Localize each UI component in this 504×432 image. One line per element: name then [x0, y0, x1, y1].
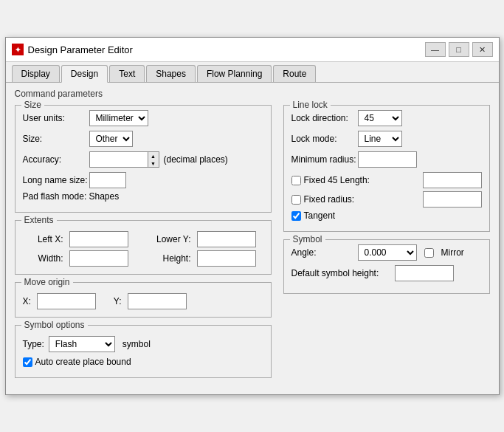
width-label: Width:: [23, 253, 63, 264]
symbol-group: Symbol Angle: 0.000 45.000 90.000 180.00…: [283, 239, 490, 294]
move-y-input[interactable]: 0.0000: [128, 293, 187, 309]
size-group-title: Size: [21, 100, 44, 110]
auto-create-label: Auto create place bound: [35, 357, 131, 367]
tab-text[interactable]: Text: [109, 65, 145, 82]
tab-route[interactable]: Route: [273, 65, 316, 82]
angle-label: Angle:: [291, 247, 358, 258]
symbol-type-row: Type: Flash Filled Outline symbol: [23, 336, 263, 352]
accuracy-label: Accuracy:: [23, 154, 89, 165]
fixed-radius-checkbox[interactable]: [291, 195, 301, 205]
pad-flash-label: Pad flash mode:: [23, 191, 89, 202]
extents-grid: Left X: -5.0000 Lower Y: -5.0000 Width: …: [23, 231, 263, 267]
fixed-radius-label: Fixed radius:: [304, 194, 420, 205]
default-height-label: Default symbol height:: [291, 268, 395, 278]
lock-mode-label: Lock mode:: [291, 134, 358, 144]
move-x-label: X:: [23, 296, 31, 306]
symbol-options-title: Symbol options: [21, 320, 88, 330]
tab-display[interactable]: Display: [12, 65, 60, 82]
move-x-input[interactable]: 0.0000: [37, 293, 96, 309]
left-x-label: Left X:: [23, 234, 63, 244]
window-title: Design Parameter Editor: [28, 44, 133, 55]
default-height-row: Default symbol height: 3.8100: [291, 265, 482, 281]
min-radius-input[interactable]: 0.0000: [358, 151, 417, 168]
title-bar-left: ✦ Design Parameter Editor: [12, 44, 133, 55]
extents-group-title: Extents: [21, 215, 57, 225]
move-origin-group: Move origin X: 0.0000 Y: 0.0000: [15, 282, 272, 318]
app-icon: ✦: [12, 44, 24, 55]
height-input[interactable]: 10.0000: [197, 250, 256, 267]
close-button[interactable]: ✕: [472, 42, 493, 57]
height-label: Height:: [142, 253, 191, 264]
size-label: Size:: [23, 134, 89, 144]
extents-group: Extents Left X: -5.0000 Lower Y: -5.0000…: [15, 220, 272, 275]
user-units-row: User units: Millimeter Inch Micron: [23, 110, 263, 126]
spin-down-button[interactable]: ▼: [148, 160, 159, 167]
command-parameters-label: Command parameters: [15, 89, 490, 99]
lock-mode-select[interactable]: Line Arc: [358, 131, 402, 147]
spin-up-button[interactable]: ▲: [148, 152, 159, 160]
accuracy-spinner: 4 ▲ ▼: [89, 151, 159, 168]
decimal-label: (decimal places): [164, 154, 228, 165]
lower-y-label: Lower Y:: [142, 234, 191, 244]
tab-flow-planning[interactable]: Flow Planning: [197, 65, 272, 82]
minimize-button[interactable]: —: [425, 42, 446, 57]
min-radius-label: Minimum radius:: [291, 154, 358, 165]
lock-direction-select[interactable]: 45 90 Any: [358, 110, 402, 126]
default-height-input[interactable]: 3.8100: [395, 265, 454, 281]
fixed-radius-row: Fixed radius: 0.6350: [291, 191, 482, 208]
move-y-label: Y:: [114, 296, 122, 306]
maximize-button[interactable]: □: [449, 42, 469, 57]
type-select[interactable]: Flash Filled Outline: [49, 336, 115, 352]
fixed-radius-input[interactable]: 0.6350: [423, 191, 482, 208]
content-area: Command parameters Size User units: Mill…: [6, 83, 499, 394]
pad-flash-row: Pad flash mode: Shapes: [23, 191, 263, 202]
left-panel: Size User units: Millimeter Inch Micron …: [15, 105, 272, 385]
line-lock-group: Line lock Lock direction: 45 90 Any Lock…: [283, 105, 490, 232]
right-panel: Line lock Lock direction: 45 90 Any Lock…: [283, 105, 490, 385]
user-units-label: User units:: [23, 113, 89, 123]
spin-buttons: ▲ ▼: [148, 151, 159, 168]
size-select[interactable]: Other A4 A3 Letter: [89, 131, 133, 147]
left-x-input[interactable]: -5.0000: [69, 231, 128, 247]
angle-select[interactable]: 0.000 45.000 90.000 180.000: [358, 244, 417, 261]
long-name-input[interactable]: 255: [89, 172, 126, 188]
tangent-label: Tangent: [304, 210, 336, 221]
fixed-45-checkbox[interactable]: [291, 176, 301, 185]
fixed-45-row: Fixed 45 Length: 0.6350: [291, 172, 482, 188]
size-group: Size User units: Millimeter Inch Micron …: [15, 105, 272, 213]
move-origin-title: Move origin: [21, 277, 73, 287]
user-units-select[interactable]: Millimeter Inch Micron: [89, 110, 148, 126]
title-buttons: — □ ✕: [425, 42, 493, 57]
angle-row: Angle: 0.000 45.000 90.000 180.000 Mirro…: [291, 244, 482, 261]
fixed-45-label: Fixed 45 Length:: [304, 175, 420, 185]
type-label: Type:: [23, 339, 44, 349]
auto-create-checkbox[interactable]: [23, 357, 32, 367]
size-row: Size: Other A4 A3 Letter: [23, 131, 263, 147]
mirror-row: Mirror: [424, 247, 464, 258]
line-lock-title: Line lock: [290, 100, 331, 110]
width-input[interactable]: 10.0000: [69, 250, 128, 267]
lower-y-input[interactable]: -5.0000: [197, 231, 256, 247]
mirror-checkbox[interactable]: [424, 248, 434, 258]
tab-design[interactable]: Design: [61, 65, 108, 83]
long-name-row: Long name size: 255: [23, 172, 263, 188]
auto-create-row: Auto create place bound: [23, 357, 263, 367]
symbol-group-title: Symbol: [290, 234, 325, 244]
main-window: ✦ Design Parameter Editor — □ ✕ Display …: [5, 37, 500, 395]
main-body: Size User units: Millimeter Inch Micron …: [15, 105, 490, 385]
symbol-options-group: Symbol options Type: Flash Filled Outlin…: [15, 325, 272, 378]
min-radius-row: Minimum radius: 0.0000: [291, 151, 482, 168]
tab-shapes[interactable]: Shapes: [146, 65, 196, 82]
symbol-static-label: symbol: [122, 339, 151, 349]
long-name-label: Long name size:: [23, 175, 89, 185]
fixed-45-input[interactable]: 0.6350: [423, 172, 482, 188]
title-bar: ✦ Design Parameter Editor — □ ✕: [6, 38, 499, 62]
lock-direction-label: Lock direction:: [291, 113, 358, 123]
move-origin-row: X: 0.0000 Y: 0.0000: [23, 293, 263, 309]
tangent-checkbox[interactable]: [291, 211, 301, 221]
lock-direction-row: Lock direction: 45 90 Any: [291, 110, 482, 126]
mirror-label: Mirror: [441, 247, 464, 258]
lock-mode-row: Lock mode: Line Arc: [291, 131, 482, 147]
accuracy-input[interactable]: 4: [89, 151, 148, 168]
tangent-row: Tangent: [291, 210, 482, 221]
